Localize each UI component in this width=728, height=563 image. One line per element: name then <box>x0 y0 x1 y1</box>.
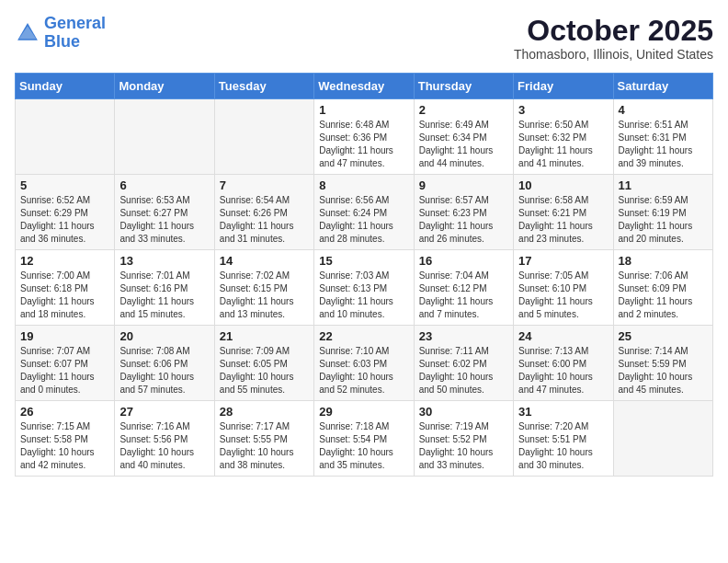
day-cell: 4Sunrise: 6:51 AM Sunset: 6:31 PM Daylig… <box>613 99 712 175</box>
day-cell: 21Sunrise: 7:09 AM Sunset: 6:05 PM Dayli… <box>214 326 313 401</box>
week-row-2: 5Sunrise: 6:52 AM Sunset: 6:29 PM Daylig… <box>16 175 713 250</box>
day-number: 17 <box>518 254 608 268</box>
day-cell: 26Sunrise: 7:15 AM Sunset: 5:58 PM Dayli… <box>16 401 115 477</box>
day-cell: 24Sunrise: 7:13 AM Sunset: 6:00 PM Dayli… <box>514 326 613 401</box>
day-number: 22 <box>319 329 408 343</box>
day-number: 28 <box>220 405 309 419</box>
day-number: 15 <box>319 254 408 268</box>
day-number: 24 <box>518 329 608 343</box>
logo-text: General Blue <box>44 15 106 52</box>
day-info: Sunrise: 6:48 AM Sunset: 6:36 PM Dayligh… <box>319 119 408 170</box>
day-number: 4 <box>619 103 708 117</box>
weekday-tuesday: Tuesday <box>214 74 313 99</box>
day-number: 25 <box>619 329 708 343</box>
day-number: 13 <box>119 254 209 268</box>
day-cell: 14Sunrise: 7:02 AM Sunset: 6:15 PM Dayli… <box>214 250 313 326</box>
day-number: 9 <box>419 178 508 192</box>
day-cell: 28Sunrise: 7:17 AM Sunset: 5:55 PM Dayli… <box>214 401 313 477</box>
day-info: Sunrise: 7:15 AM Sunset: 5:58 PM Dayligh… <box>20 420 109 472</box>
day-cell: 15Sunrise: 7:03 AM Sunset: 6:13 PM Dayli… <box>314 250 414 326</box>
day-info: Sunrise: 7:08 AM Sunset: 6:06 PM Dayligh… <box>119 345 209 396</box>
weekday-header-row: SundayMondayTuesdayWednesdayThursdayFrid… <box>16 74 713 99</box>
month-title: October 2025 <box>514 15 713 47</box>
day-number: 27 <box>119 405 209 419</box>
day-cell <box>115 99 214 175</box>
day-info: Sunrise: 7:05 AM Sunset: 6:10 PM Dayligh… <box>518 270 608 321</box>
weekday-thursday: Thursday <box>414 74 513 99</box>
day-cell: 19Sunrise: 7:07 AM Sunset: 6:07 PM Dayli… <box>16 326 115 401</box>
day-info: Sunrise: 7:06 AM Sunset: 6:09 PM Dayligh… <box>619 270 708 321</box>
day-number: 23 <box>419 329 508 343</box>
day-info: Sunrise: 7:19 AM Sunset: 5:52 PM Dayligh… <box>419 420 508 472</box>
day-cell: 6Sunrise: 6:53 AM Sunset: 6:27 PM Daylig… <box>115 175 214 250</box>
day-cell: 1Sunrise: 6:48 AM Sunset: 6:36 PM Daylig… <box>314 99 414 175</box>
day-info: Sunrise: 7:10 AM Sunset: 6:03 PM Dayligh… <box>319 345 408 396</box>
day-cell <box>613 401 712 477</box>
day-info: Sunrise: 6:54 AM Sunset: 6:26 PM Dayligh… <box>220 194 309 246</box>
day-cell: 25Sunrise: 7:14 AM Sunset: 5:59 PM Dayli… <box>613 326 712 401</box>
weekday-monday: Monday <box>115 74 214 99</box>
day-number: 14 <box>220 254 309 268</box>
week-row-1: 1Sunrise: 6:48 AM Sunset: 6:36 PM Daylig… <box>16 99 713 175</box>
day-number: 6 <box>119 178 209 192</box>
location: Thomasboro, Illinois, United States <box>514 47 713 62</box>
calendar-body: 1Sunrise: 6:48 AM Sunset: 6:36 PM Daylig… <box>16 99 713 477</box>
day-cell: 2Sunrise: 6:49 AM Sunset: 6:34 PM Daylig… <box>414 99 513 175</box>
day-cell: 30Sunrise: 7:19 AM Sunset: 5:52 PM Dayli… <box>414 401 513 477</box>
week-row-4: 19Sunrise: 7:07 AM Sunset: 6:07 PM Dayli… <box>16 326 713 401</box>
day-info: Sunrise: 6:50 AM Sunset: 6:32 PM Dayligh… <box>518 119 608 170</box>
day-number: 20 <box>119 329 209 343</box>
day-info: Sunrise: 7:17 AM Sunset: 5:55 PM Dayligh… <box>220 420 309 472</box>
day-number: 7 <box>220 178 309 192</box>
day-cell: 10Sunrise: 6:58 AM Sunset: 6:21 PM Dayli… <box>514 175 613 250</box>
day-info: Sunrise: 6:58 AM Sunset: 6:21 PM Dayligh… <box>518 194 608 246</box>
calendar-table: SundayMondayTuesdayWednesdayThursdayFrid… <box>15 73 713 477</box>
day-number: 12 <box>20 254 109 268</box>
day-info: Sunrise: 6:57 AM Sunset: 6:23 PM Dayligh… <box>419 194 508 246</box>
day-number: 8 <box>319 178 408 192</box>
day-info: Sunrise: 7:07 AM Sunset: 6:07 PM Dayligh… <box>20 345 109 396</box>
day-cell <box>16 99 115 175</box>
day-number: 5 <box>20 178 109 192</box>
day-info: Sunrise: 6:53 AM Sunset: 6:27 PM Dayligh… <box>119 194 209 246</box>
day-number: 30 <box>419 405 508 419</box>
day-cell: 8Sunrise: 6:56 AM Sunset: 6:24 PM Daylig… <box>314 175 414 250</box>
day-number: 1 <box>319 103 408 117</box>
day-info: Sunrise: 7:14 AM Sunset: 5:59 PM Dayligh… <box>619 345 708 396</box>
day-cell: 3Sunrise: 6:50 AM Sunset: 6:32 PM Daylig… <box>514 99 613 175</box>
day-cell: 11Sunrise: 6:59 AM Sunset: 6:19 PM Dayli… <box>613 175 712 250</box>
day-cell: 13Sunrise: 7:01 AM Sunset: 6:16 PM Dayli… <box>115 250 214 326</box>
day-number: 19 <box>20 329 109 343</box>
day-cell: 5Sunrise: 6:52 AM Sunset: 6:29 PM Daylig… <box>16 175 115 250</box>
day-cell: 7Sunrise: 6:54 AM Sunset: 6:26 PM Daylig… <box>214 175 313 250</box>
day-cell <box>214 99 313 175</box>
day-info: Sunrise: 7:11 AM Sunset: 6:02 PM Dayligh… <box>419 345 508 396</box>
day-info: Sunrise: 6:59 AM Sunset: 6:19 PM Dayligh… <box>619 194 708 246</box>
day-info: Sunrise: 6:49 AM Sunset: 6:34 PM Dayligh… <box>419 119 508 170</box>
day-cell: 17Sunrise: 7:05 AM Sunset: 6:10 PM Dayli… <box>514 250 613 326</box>
day-info: Sunrise: 7:13 AM Sunset: 6:00 PM Dayligh… <box>518 345 608 396</box>
day-number: 11 <box>619 178 708 192</box>
day-cell: 18Sunrise: 7:06 AM Sunset: 6:09 PM Dayli… <box>613 250 712 326</box>
day-info: Sunrise: 7:09 AM Sunset: 6:05 PM Dayligh… <box>220 345 309 396</box>
day-number: 10 <box>518 178 608 192</box>
title-block: October 2025 Thomasboro, Illinois, Unite… <box>514 15 713 62</box>
day-info: Sunrise: 6:52 AM Sunset: 6:29 PM Dayligh… <box>20 194 109 246</box>
day-info: Sunrise: 6:51 AM Sunset: 6:31 PM Dayligh… <box>619 119 708 170</box>
day-cell: 20Sunrise: 7:08 AM Sunset: 6:06 PM Dayli… <box>115 326 214 401</box>
day-cell: 9Sunrise: 6:57 AM Sunset: 6:23 PM Daylig… <box>414 175 513 250</box>
day-cell: 23Sunrise: 7:11 AM Sunset: 6:02 PM Dayli… <box>414 326 513 401</box>
weekday-friday: Friday <box>514 74 613 99</box>
day-info: Sunrise: 7:04 AM Sunset: 6:12 PM Dayligh… <box>419 270 508 321</box>
day-info: Sunrise: 6:56 AM Sunset: 6:24 PM Dayligh… <box>319 194 408 246</box>
day-number: 31 <box>518 405 608 419</box>
day-number: 18 <box>619 254 708 268</box>
weekday-sunday: Sunday <box>16 74 115 99</box>
day-info: Sunrise: 7:20 AM Sunset: 5:51 PM Dayligh… <box>518 420 608 472</box>
day-number: 21 <box>220 329 309 343</box>
day-info: Sunrise: 7:02 AM Sunset: 6:15 PM Dayligh… <box>220 270 309 321</box>
day-info: Sunrise: 7:03 AM Sunset: 6:13 PM Dayligh… <box>319 270 408 321</box>
page-header: General Blue October 2025 Thomasboro, Il… <box>15 15 713 62</box>
day-info: Sunrise: 7:00 AM Sunset: 6:18 PM Dayligh… <box>20 270 109 321</box>
day-number: 3 <box>518 103 608 117</box>
